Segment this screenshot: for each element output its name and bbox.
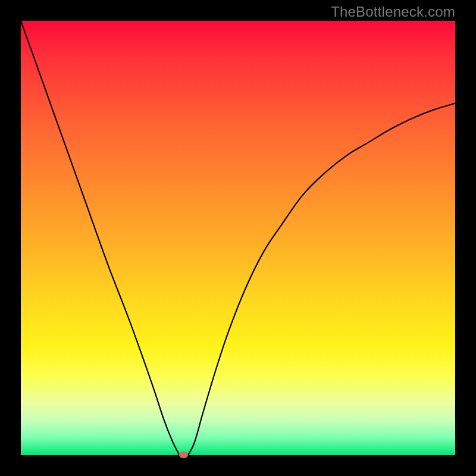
attribution-text: TheBottleneck.com — [331, 4, 455, 20]
chart-frame: TheBottleneck.com — [0, 0, 476, 476]
minimum-marker — [179, 452, 188, 458]
plot-area — [21, 21, 455, 455]
curve-path — [21, 21, 455, 455]
bottleneck-curve — [21, 21, 455, 455]
